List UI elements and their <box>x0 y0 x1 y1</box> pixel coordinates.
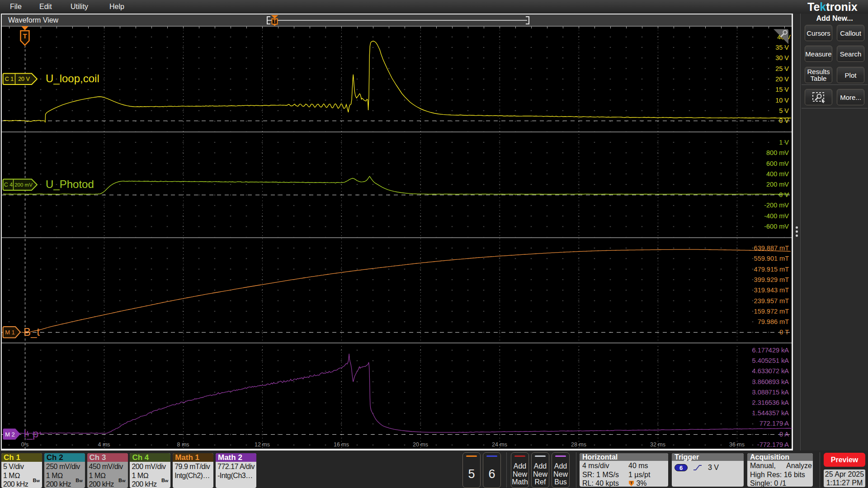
svg-text:T: T <box>273 19 276 24</box>
svg-text:T: T <box>630 481 633 485</box>
